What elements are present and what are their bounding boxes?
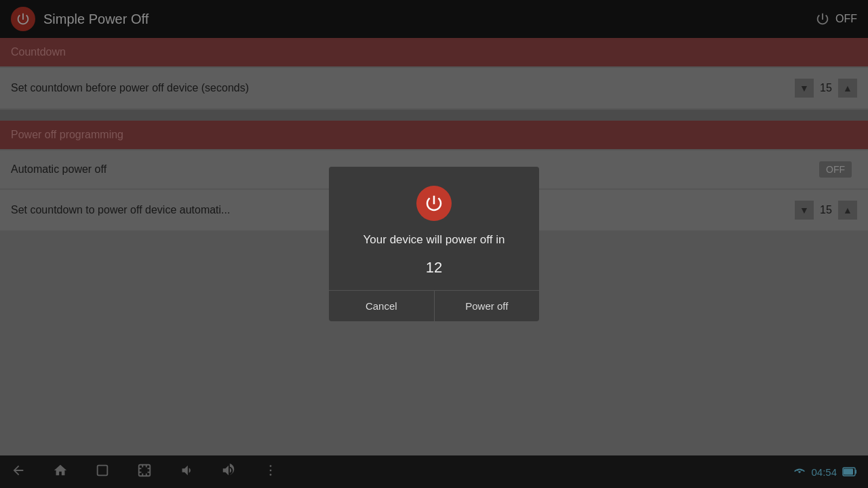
dialog-message: Your device will power off in — [363, 232, 505, 248]
dialog-power-icon — [416, 186, 452, 221]
power-off-button[interactable]: Power off — [435, 291, 540, 321]
dialog-body: Your device will power off in 12 — [329, 167, 539, 290]
dialog-buttons: Cancel Power off — [329, 290, 539, 321]
cancel-button[interactable]: Cancel — [329, 291, 435, 321]
power-off-dialog: Your device will power off in 12 Cancel … — [329, 167, 539, 321]
dialog-countdown: 12 — [426, 259, 442, 277]
